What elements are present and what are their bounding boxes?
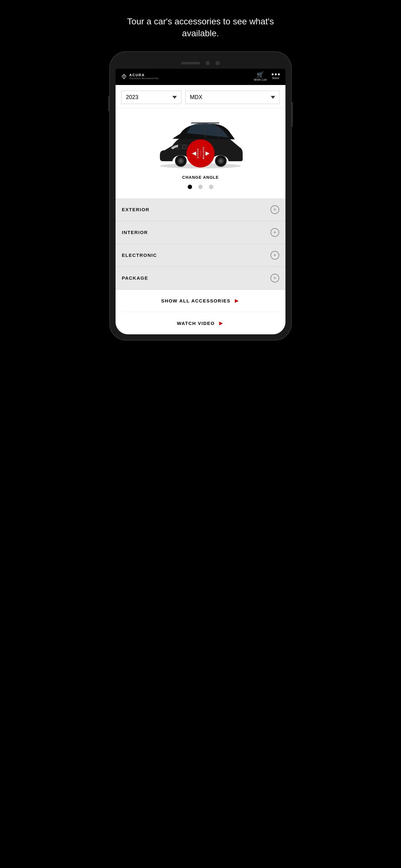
model-value: MDX: [190, 94, 202, 101]
package-expand-icon: +: [270, 274, 279, 282]
category-interior[interactable]: INTERIOR +: [115, 221, 286, 244]
wishlist-button[interactable]: 🛒 Wish List: [254, 72, 267, 81]
phone-frame: ACURA Genuine Accessories 🛒 Wish List: [110, 52, 291, 340]
interior-expand-icon: +: [270, 228, 279, 237]
acura-genuine-label: Genuine Accessories: [129, 77, 159, 80]
app-header: ACURA Genuine Accessories 🛒 Wish List: [115, 69, 286, 85]
category-electronic[interactable]: ELECTRONIC +: [115, 244, 286, 267]
year-selector[interactable]: 2023: [121, 91, 181, 104]
notch-pill: [181, 62, 200, 64]
change-angle-label: CHANGE ANGLE: [182, 175, 219, 180]
year-value: 2023: [126, 94, 138, 101]
electronic-label: ELECTRONIC: [122, 252, 157, 258]
car-display: ◀ STOCK CUSTOM ▶: [115, 108, 286, 198]
category-package[interactable]: PACKAGE +: [115, 267, 286, 290]
car-image-container: ◀ STOCK CUSTOM ▶: [119, 114, 282, 170]
acura-symbol-icon: [121, 74, 127, 80]
category-exterior[interactable]: EXTERIOR +: [115, 198, 286, 221]
dot-1: [272, 73, 274, 75]
toggle-right-arrow-icon: ▶: [205, 150, 209, 156]
more-dots-icon: [272, 73, 280, 75]
show-all-chevron-icon: ►: [234, 297, 240, 304]
dot-2: [275, 73, 277, 75]
notch: [181, 61, 220, 65]
page-wrapper: Tour a car's accessories to see what's a…: [100, 6, 301, 340]
app-content: ACURA Genuine Accessories 🛒 Wish List: [115, 69, 286, 334]
model-chevron-icon: [271, 96, 275, 99]
package-label: PACKAGE: [122, 275, 148, 281]
acura-brand-name: ACURA: [129, 73, 159, 77]
acura-brand-info: ACURA Genuine Accessories: [129, 73, 159, 80]
angle-dot-3[interactable]: [209, 185, 213, 189]
watch-video-button[interactable]: WATCH VIDEO ►: [122, 312, 279, 334]
stock-custom-toggle[interactable]: ◀ STOCK CUSTOM ▶: [187, 140, 214, 167]
angle-dots: [188, 185, 213, 189]
show-all-label: SHOW ALL ACCESSORIES: [161, 298, 231, 303]
more-button[interactable]: More: [272, 73, 280, 80]
svg-point-7: [179, 159, 182, 162]
year-chevron-icon: [172, 96, 177, 99]
watch-video-chevron-icon: ►: [218, 320, 224, 327]
interior-label: INTERIOR: [122, 230, 148, 235]
dot-3: [278, 73, 280, 75]
svg-point-10: [219, 159, 222, 162]
selectors-row: 2023 MDX: [115, 85, 286, 108]
more-label: More: [272, 76, 279, 80]
svg-rect-11: [191, 122, 219, 123]
categories-list: EXTERIOR + INTERIOR + ELECTRONIC + PACKA…: [115, 198, 286, 290]
hero-text: Tour a car's accessories to see what's a…: [100, 6, 301, 52]
notch-camera-2: [215, 61, 220, 65]
angle-dot-1[interactable]: [188, 185, 192, 189]
header-actions: 🛒 Wish List More: [254, 72, 280, 81]
model-selector[interactable]: MDX: [185, 91, 280, 104]
exterior-label: EXTERIOR: [122, 207, 149, 212]
acura-logo: ACURA Genuine Accessories: [121, 73, 159, 80]
notch-bar: [115, 58, 286, 69]
exterior-expand-icon: +: [270, 205, 279, 214]
toggle-left-arrow-icon: ◀: [192, 150, 196, 156]
car-image: ◀ STOCK CUSTOM ▶: [151, 114, 250, 170]
show-all-accessories-button[interactable]: SHOW ALL ACCESSORIES ►: [122, 290, 279, 312]
bottom-links: SHOW ALL ACCESSORIES ► WATCH VIDEO ►: [115, 290, 286, 334]
notch-camera-1: [205, 61, 210, 65]
custom-label: CUSTOM: [202, 147, 205, 160]
cart-icon: 🛒: [257, 72, 264, 78]
wishlist-label: Wish List: [254, 78, 267, 81]
phone-inner: ACURA Genuine Accessories 🛒 Wish List: [115, 58, 286, 334]
angle-dot-2[interactable]: [198, 185, 203, 189]
stock-label: STOCK: [196, 148, 199, 158]
electronic-expand-icon: +: [270, 251, 279, 260]
watch-video-label: WATCH VIDEO: [177, 320, 214, 326]
